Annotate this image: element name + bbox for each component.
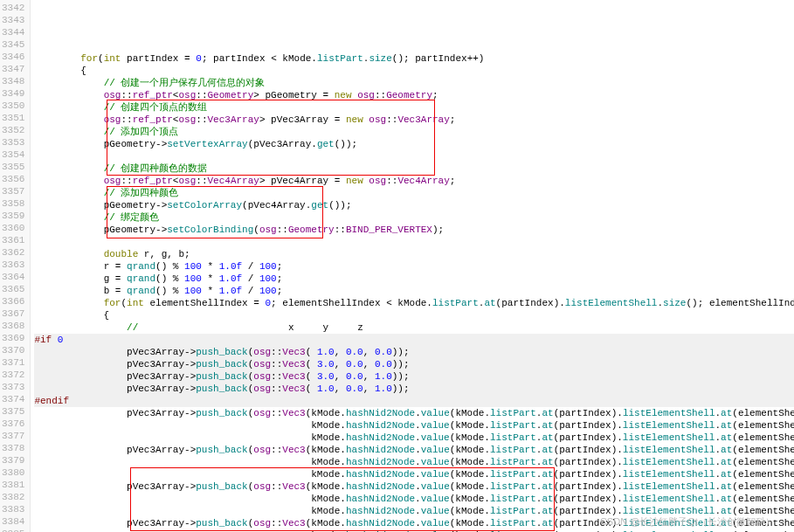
code-line[interactable]: pVec3Array->push_back(osg::Vec3(kMode.ha… [34,444,794,456]
line-number[interactable]: 3369 [2,332,24,344]
code-line[interactable]: pVec3Array->push_back(osg::Vec3(kMode.ha… [34,407,794,419]
code-line[interactable]: pVec3Array->push_back(osg::Vec3( 1.0, 0.… [34,383,794,395]
code-line[interactable]: double r, g, b; [34,248,794,260]
line-number[interactable]: 3364 [2,271,24,283]
code-line[interactable]: // 创建四种颜色的数据 [34,162,794,175]
code-line[interactable]: pGeometry->setColorArray(pVec4Array.get(… [34,199,794,211]
line-number[interactable]: 3351 [2,112,24,124]
code-line[interactable]: r = qrand() % 100 * 1.0f / 100; [34,260,794,273]
watermark-arrow-icon: ← [777,516,787,527]
line-number[interactable]: 3348 [2,75,24,87]
line-number[interactable]: 3378 [2,442,24,454]
line-number[interactable]: 3381 [2,479,24,491]
line-number[interactable]: 3382 [2,491,24,503]
line-number[interactable]: 3345 [2,38,24,51]
line-number[interactable]: 3365 [2,283,24,295]
line-number[interactable]: 3384 [2,515,24,528]
code-line[interactable] [34,150,794,162]
line-number[interactable]: 3359 [2,210,24,222]
code-line[interactable]: // 添加四种颜色 [34,187,794,199]
code-line[interactable]: osg::ref_ptr<osg::Vec4Array> pVec4Array … [34,175,794,187]
code-line[interactable]: pVec3Array->push_back(osg::Vec3(kMode.ha… [34,480,794,493]
line-number[interactable]: 3360 [2,222,24,234]
line-number[interactable]: 3372 [2,369,24,381]
line-number[interactable]: 3355 [2,161,24,173]
code-area[interactable]: for(int partIndex = 0; partIndex < kMode… [31,0,794,532]
line-number[interactable]: 3375 [2,405,24,418]
code-line[interactable]: kMode.hashNid2Node.value(kMode.listPart.… [34,456,794,468]
code-line[interactable]: osg::ref_ptr<osg::Vec3Array> pVec3Array … [34,114,794,126]
line-number[interactable]: 3371 [2,356,24,369]
line-number[interactable]: 3352 [2,124,24,136]
line-number[interactable]: 3342 [2,2,24,14]
code-line[interactable]: kMode.hashNid2Node.value(kMode.listPart.… [34,432,794,444]
code-line[interactable]: pVec3Array->push_back(osg::Vec3( 3.0, 0.… [34,370,794,383]
line-number[interactable]: 3366 [2,295,24,307]
code-line[interactable]: // 创建一个用户保存几何信息的对象 [34,77,794,89]
line-number[interactable]: 3353 [2,136,24,149]
line-number[interactable]: 3383 [2,503,24,515]
watermark-text: CSDN @长沙红胖子Qt（长沙创微智科） [600,516,775,527]
line-number[interactable]: 3343 [2,14,24,26]
code-line[interactable]: kMode.hashNid2Node.value(kMode.listPart.… [34,419,794,432]
line-number[interactable]: 3370 [2,344,24,356]
line-number[interactable]: 3385 [2,528,24,532]
line-number[interactable]: 3350 [2,100,24,112]
code-line[interactable]: // 创建四个顶点的数组 [34,101,794,114]
watermark: CSDN @长沙红胖子Qt（长沙创微智科） ← [600,515,787,529]
code-line[interactable]: pVec3Array->push_back(osg::Vec3( 3.0, 0.… [34,358,794,370]
code-line[interactable]: // 绑定颜色 [34,211,794,224]
line-number[interactable]: 3358 [2,197,24,210]
code-line[interactable]: osg::ref_ptr<osg::Geometry> pGeometry = … [34,89,794,101]
line-number-gutter[interactable]: 3342334333443345334633473348334933503351… [0,0,31,532]
code-line[interactable]: #endif [34,395,794,407]
line-number[interactable]: 3379 [2,454,24,466]
code-line[interactable]: kMode.hashNid2Node.value(kMode.listPart.… [34,468,794,480]
code-line[interactable]: b = qrand() % 100 * 1.0f / 100; [34,285,794,297]
line-number[interactable]: 3380 [2,466,24,479]
line-number[interactable]: 3363 [2,259,24,271]
line-number[interactable]: 3368 [2,320,24,332]
line-number[interactable]: 3349 [2,87,24,100]
line-number[interactable]: 3361 [2,234,24,246]
line-number[interactable]: 3377 [2,430,24,442]
code-line[interactable]: pVec3Array->push_back(osg::Vec3( 1.0, 0.… [34,346,794,358]
code-line[interactable]: kMode.hashNid2Node.value(kMode.listPart.… [34,493,794,505]
line-number[interactable]: 3362 [2,246,24,259]
code-line[interactable]: { [34,309,794,321]
code-line[interactable]: pGeometry->setVertexArray(pVec3Array.get… [34,138,794,150]
line-number[interactable]: 3373 [2,381,24,393]
line-number[interactable]: 3354 [2,149,24,161]
line-number[interactable]: 3374 [2,393,24,405]
line-number[interactable]: 3347 [2,63,24,75]
code-line[interactable]: for(int elementShellIndex = 0; elementSh… [34,297,794,309]
code-line[interactable]: for(int partIndex = 0; partIndex < kMode… [34,52,794,65]
code-line[interactable]: // x y z [34,321,794,334]
code-line[interactable]: #if 0 [34,334,794,346]
code-editor[interactable]: 3342334333443345334633473348334933503351… [0,0,794,532]
code-line[interactable] [34,236,794,248]
line-number[interactable]: 3356 [2,173,24,185]
code-line[interactable]: // 添加四个顶点 [34,126,794,138]
line-number[interactable]: 3344 [2,26,24,38]
line-number[interactable]: 3367 [2,307,24,320]
code-line[interactable]: { [34,65,794,77]
code-line[interactable]: pGeometry->setColorBinding(osg::Geometry… [34,224,794,236]
line-number[interactable]: 3376 [2,418,24,430]
code-line[interactable]: g = qrand() % 100 * 1.0f / 100; [34,273,794,285]
line-number[interactable]: 3357 [2,185,24,197]
line-number[interactable]: 3346 [2,51,24,63]
